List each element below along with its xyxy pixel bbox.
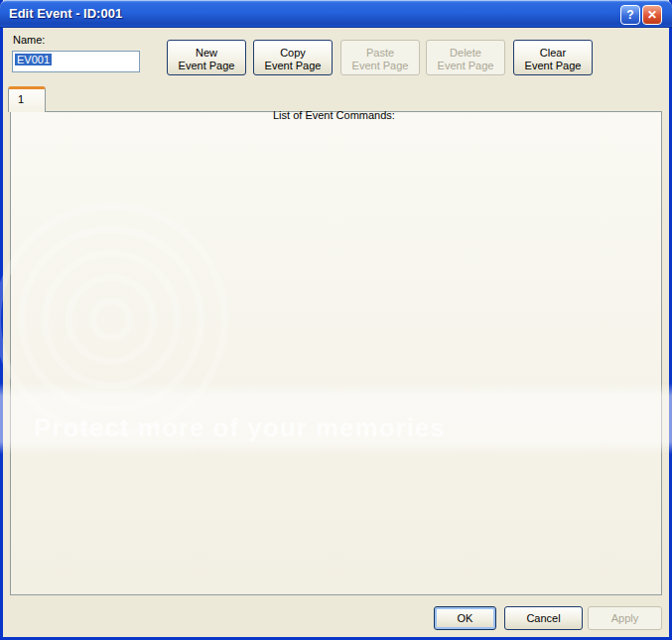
title-bar[interactable]: Edit Event - ID:001 ? ✕ [0, 0, 672, 28]
ok-button[interactable]: OK [434, 606, 496, 630]
copy-event-page-button[interactable]: CopyEvent Page [253, 40, 333, 75]
apply-button[interactable]: Apply [588, 606, 662, 630]
name-value-selected: EV001 [15, 54, 52, 65]
paste-event-page-button[interactable]: PasteEvent Page [340, 40, 420, 75]
name-label: Name: [13, 34, 45, 46]
event-page-panel [10, 111, 662, 595]
help-button[interactable]: ? [620, 5, 640, 25]
cancel-button[interactable]: Cancel [504, 606, 583, 630]
close-button[interactable]: ✕ [642, 5, 662, 25]
window-title: Edit Event - ID:001 [9, 6, 122, 21]
name-input[interactable]: EV001 [12, 51, 140, 72]
new-event-page-button[interactable]: NewEvent Page [167, 40, 246, 75]
tab-page-1[interactable]: 1 [8, 86, 46, 112]
edit-event-dialog: Edit Event - ID:001 ? ✕ Name: EV001 NewE… [0, 0, 672, 640]
delete-event-page-button[interactable]: DeleteEvent Page [426, 40, 505, 75]
event-commands-label: List of Event Commands: [273, 109, 395, 121]
clear-event-page-button[interactable]: ClearEvent Page [513, 40, 593, 75]
